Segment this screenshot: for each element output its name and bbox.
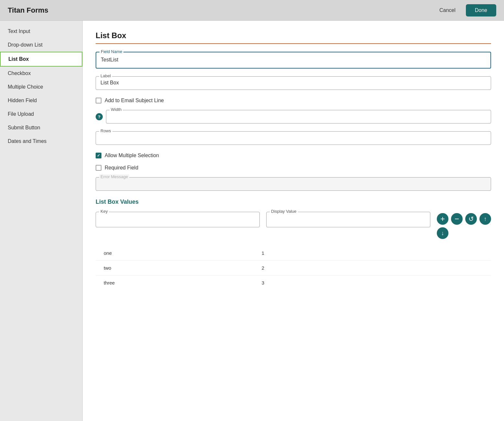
required-field-row: Required Field bbox=[96, 165, 491, 171]
rows-label: Rows bbox=[99, 128, 112, 133]
main-layout: Text InputDrop-down ListList BoxCheckbox… bbox=[0, 21, 504, 421]
sidebar-item-multiple-choice[interactable]: Multiple Choice bbox=[0, 80, 82, 94]
header-actions: Cancel Done bbox=[434, 4, 496, 16]
app-title: Titan Forms bbox=[8, 6, 48, 15]
content-area: List Box Field Name Label Add to Email S… bbox=[83, 21, 504, 421]
action-icons-top-row: + − ↺ ↑ bbox=[437, 213, 491, 225]
sidebar-item-submit-button[interactable]: Submit Button bbox=[0, 121, 82, 135]
sidebar: Text InputDrop-down ListList BoxCheckbox… bbox=[0, 21, 83, 421]
display-value-input[interactable] bbox=[271, 215, 425, 223]
table-row: one1 bbox=[96, 246, 491, 261]
display-value-field: Display Value bbox=[266, 212, 430, 227]
width-help-icon[interactable]: ? bbox=[96, 113, 103, 120]
remove-icon[interactable]: − bbox=[451, 213, 463, 225]
form-section: Field Name Label Add to Email Subject Li… bbox=[96, 52, 491, 290]
error-message-group: Error Message bbox=[96, 177, 491, 191]
kv-row: Key Display Value + − ↺ ↑ ↓ bbox=[96, 212, 491, 239]
add-to-email-checkbox[interactable] bbox=[96, 98, 101, 103]
sidebar-item-checkbox[interactable]: Checkbox bbox=[0, 67, 82, 80]
sidebar-item-file-upload[interactable]: File Upload bbox=[0, 107, 82, 121]
display-value-label: Display Value bbox=[270, 209, 298, 214]
sidebar-item-hidden-field[interactable]: Hidden Field bbox=[0, 94, 82, 107]
table-row: three3 bbox=[96, 275, 491, 290]
width-label: Width bbox=[110, 107, 123, 112]
table-cell-key: three bbox=[96, 275, 254, 290]
table-row: two2 bbox=[96, 261, 491, 275]
down-icon[interactable]: ↓ bbox=[437, 227, 448, 239]
width-row: ? Width bbox=[96, 110, 491, 124]
add-icon[interactable]: + bbox=[437, 213, 448, 225]
sidebar-item-list-box[interactable]: List Box bbox=[0, 52, 82, 67]
table-cell-value: 1 bbox=[254, 246, 491, 261]
key-input[interactable] bbox=[100, 215, 255, 223]
label-input[interactable] bbox=[100, 80, 486, 86]
table-cell-value: 2 bbox=[254, 261, 491, 275]
add-to-email-row: Add to Email Subject Line bbox=[96, 98, 491, 103]
field-name-label: Field Name bbox=[100, 49, 123, 54]
up-icon[interactable]: ↑ bbox=[479, 213, 491, 225]
header: Titan Forms Cancel Done bbox=[0, 0, 504, 21]
required-field-label: Required Field bbox=[105, 165, 138, 171]
rows-input[interactable] bbox=[100, 135, 486, 141]
action-icons: + − ↺ ↑ ↓ bbox=[437, 212, 491, 239]
sidebar-item-text-input[interactable]: Text Input bbox=[0, 25, 82, 38]
key-field: Key bbox=[96, 212, 260, 227]
label-group: Label bbox=[96, 76, 491, 90]
error-message-input bbox=[100, 181, 486, 187]
table-cell-value: 3 bbox=[254, 275, 491, 290]
label-field-label: Label bbox=[99, 73, 112, 78]
field-name-group: Field Name bbox=[96, 52, 491, 69]
table-cell-key: two bbox=[96, 261, 254, 275]
error-message-label: Error Message bbox=[99, 174, 129, 179]
cancel-button[interactable]: Cancel bbox=[434, 5, 461, 16]
required-field-checkbox[interactable] bbox=[96, 165, 101, 171]
page-title: List Box bbox=[96, 31, 491, 44]
add-to-email-label: Add to Email Subject Line bbox=[105, 98, 164, 103]
done-button[interactable]: Done bbox=[466, 4, 496, 16]
sidebar-item-dates-and-times[interactable]: Dates and Times bbox=[0, 135, 82, 148]
listbox-values-title: List Box Values bbox=[96, 199, 491, 205]
values-table: one1two2three3 bbox=[96, 245, 491, 290]
width-input[interactable] bbox=[111, 113, 486, 119]
sidebar-item-dropdown-list[interactable]: Drop-down List bbox=[0, 38, 82, 52]
width-fieldset: Width bbox=[106, 110, 491, 124]
key-label: Key bbox=[99, 209, 109, 214]
allow-multiple-checkbox[interactable] bbox=[96, 153, 101, 158]
action-icons-bottom-row: ↓ bbox=[437, 227, 448, 239]
table-cell-key: one bbox=[96, 246, 254, 261]
allow-multiple-row: Allow Multiple Selection bbox=[96, 153, 491, 158]
allow-multiple-label: Allow Multiple Selection bbox=[105, 153, 159, 158]
undo-icon[interactable]: ↺ bbox=[465, 213, 477, 225]
field-name-input[interactable] bbox=[101, 56, 486, 64]
rows-group: Rows bbox=[96, 131, 491, 145]
